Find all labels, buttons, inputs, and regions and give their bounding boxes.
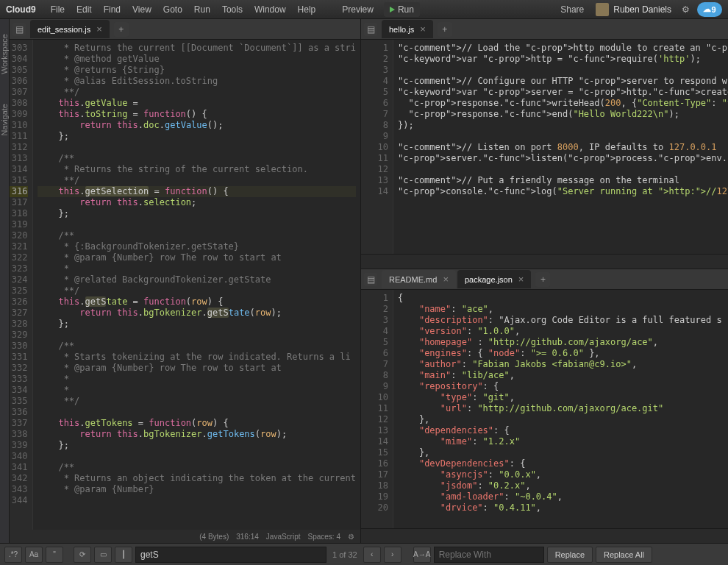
left-statusbar: (4 Bytes) 316:14 JavaScript Spaces: 4 ⚙ [10,530,360,543]
menu-run[interactable]: Run [188,1,216,18]
right-top-statusbar: 9:1 JavaScript Spaces: 2 ⚙ [361,254,728,269]
pane-menu-icon[interactable]: ▤ [364,273,377,286]
pane-menu-icon[interactable]: ▤ [13,23,26,36]
right-top-pane: ▤ hello.js × + 1234567891011121314 "c-co… [361,19,728,269]
rb-code[interactable]: { "name": "ace", "description": "Ajax.or… [393,290,728,528]
next-match-button[interactable]: › [384,547,402,563]
right-top-editor[interactable]: 1234567891011121314 "c-comment">// Load … [361,40,728,254]
run-button[interactable]: Run [384,2,420,17]
status-pos[interactable]: 316:14 [236,533,259,541]
prev-match-button[interactable]: ‹ [363,547,381,563]
search-count: 1 of 32 [329,550,360,559]
tab-label: hello.js [389,25,414,34]
menu-goto[interactable]: Goto [157,1,188,18]
regex-toggle[interactable]: .*? [4,547,22,563]
sidebar-navigate[interactable]: Navigate [0,104,9,135]
right-bottom-pane: ▤ README.md × package.json × + 123456789… [361,269,728,543]
menu-tools[interactable]: Tools [216,1,249,18]
preview-button[interactable]: Preview [336,1,379,18]
menu-file[interactable]: File [45,1,71,18]
close-icon[interactable]: × [420,24,426,35]
play-icon [390,7,395,13]
gear-icon[interactable]: ⚙ [348,533,354,541]
replace-input[interactable] [434,547,544,563]
user-name: Ruben Daniels [613,4,671,15]
sidebar-workspace[interactable]: Workspace [0,34,9,74]
tab-label: package.json [465,275,513,284]
menu-view[interactable]: View [126,1,157,18]
close-icon[interactable]: × [518,274,524,285]
selection-toggle[interactable]: ▭ [94,547,112,563]
left-gutter: 3033043053063073083093103113123133143153… [10,40,33,530]
right-bottom-tabbar: ▤ README.md × package.json × + [361,269,728,290]
word-toggle[interactable]: " [46,547,63,563]
run-label: Run [398,4,414,15]
right-bottom-editor[interactable]: 1234567891011121314151617181920 { "name"… [361,290,728,528]
tab-add-button[interactable]: + [114,22,129,37]
right-top-tabbar: ▤ hello.js × + [361,19,728,40]
right-bottom-statusbar: 9:21 JSON Spaces: 4 ⚙ [361,528,728,543]
sidebar: Workspace Navigate [0,19,10,543]
tab-add-button[interactable]: + [535,272,550,287]
tab-package-json[interactable]: package.json × [457,270,531,288]
menu-help[interactable]: Help [292,1,322,18]
scope-toggle[interactable]: ┃ [115,547,132,563]
rb-gutter: 1234567891011121314151617181920 [361,290,393,528]
menubar: Cloud9 File Edit Find View Goto Run Tool… [0,0,728,19]
left-pane: ▤ edit_session.js × + 303304305306307308… [10,19,361,543]
tab-label: edit_session.js [38,25,90,34]
app-logo[interactable]: Cloud9 [6,4,36,15]
searchbar: .*? Aa " ⟳ ▭ ┃ 1 of 32 ‹ › A→A Replace R… [0,543,728,565]
share-button[interactable]: Share [554,1,590,18]
rt-gutter: 1234567891011121314 [361,40,393,254]
close-icon[interactable]: × [96,24,102,35]
close-icon[interactable]: × [443,274,449,285]
menu-edit[interactable]: Edit [71,1,98,18]
menu-find[interactable]: Find [98,1,126,18]
menu-window[interactable]: Window [249,1,292,18]
tab-add-button[interactable]: + [438,22,452,37]
preserve-case-toggle[interactable]: A→A [413,547,431,563]
tab-edit-session[interactable]: edit_session.js × [30,20,110,38]
search-input[interactable] [135,547,326,563]
user-menu[interactable]: Ruben Daniels [596,3,671,16]
pane-menu-icon[interactable]: ▤ [364,23,377,36]
replace-button[interactable]: Replace [547,547,593,563]
status-spaces[interactable]: Spaces: 4 [308,533,340,541]
tab-readme[interactable]: README.md × [382,270,456,288]
status-lang[interactable]: JavaScript [266,533,301,541]
wrap-toggle[interactable]: ⟳ [74,547,91,563]
replace-all-button[interactable]: Replace All [596,547,652,563]
cloud9-icon[interactable]: ☁9 [697,2,722,17]
rt-code[interactable]: "c-comment">// Load the "c-prop">http mo… [393,40,728,254]
avatar-icon [596,3,609,16]
gear-icon[interactable]: ⚙ [682,4,690,15]
tab-hello-js[interactable]: hello.js × [382,20,433,38]
tab-label: README.md [389,275,437,284]
left-editor[interactable]: 3033043053063073083093103113123133143153… [10,40,360,530]
left-tabbar: ▤ edit_session.js × + [10,19,360,40]
left-code[interactable]: * Returns the current [[Document `Docume… [33,40,360,530]
case-toggle[interactable]: Aa [25,547,43,563]
status-bytes: (4 Bytes) [199,533,229,541]
